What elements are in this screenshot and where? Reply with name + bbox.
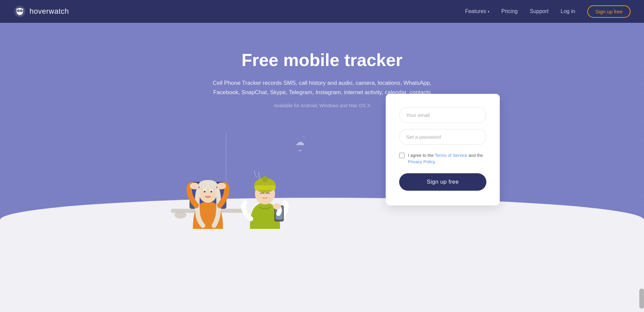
svg-point-24 (199, 180, 217, 189)
svg-rect-34 (254, 185, 276, 190)
svg-text:☁: ☁ (298, 147, 302, 152)
terms-of-service-link[interactable]: Terms of Service (435, 153, 467, 158)
chevron-down-icon: ▾ (488, 10, 489, 13)
svg-point-29 (190, 183, 199, 189)
logo-icon (13, 5, 26, 18)
scrollbar[interactable] (639, 289, 644, 309)
hero-illustration: ☁ ~ ☁ (131, 125, 319, 232)
svg-point-35 (262, 176, 268, 182)
nav-features[interactable]: Features ▾ (465, 8, 489, 14)
terms-checkbox[interactable] (399, 153, 405, 158)
below-hero (0, 251, 644, 312)
svg-point-28 (210, 191, 212, 193)
privacy-policy-link[interactable]: Privacy Policy (408, 159, 435, 164)
hero-section: Free mobile tracker Cell Phone Tracker r… (0, 23, 644, 251)
email-input[interactable] (399, 107, 486, 123)
nav-signup-button[interactable]: Sign up free (587, 5, 631, 18)
svg-point-21 (174, 211, 186, 219)
terms-row: I agree to the Terms of Service and the … (399, 152, 486, 165)
password-input[interactable] (399, 129, 486, 145)
nav-links: Features ▾ Pricing Support Log in Sign u… (465, 5, 631, 18)
signup-button[interactable]: Sign up free (399, 173, 486, 191)
svg-point-27 (204, 191, 206, 193)
svg-point-30 (217, 183, 226, 189)
svg-point-8 (21, 10, 22, 11)
svg-point-7 (18, 10, 19, 11)
navbar: hoverwatch Features ▾ Pricing Support Lo… (0, 0, 644, 23)
signup-card: I agree to the Terms of Service and the … (386, 94, 500, 205)
logo-link[interactable]: hoverwatch (13, 5, 69, 18)
hero-title: Free mobile tracker (208, 50, 436, 70)
logo-text: hoverwatch (30, 7, 69, 16)
svg-text:~: ~ (302, 133, 306, 140)
svg-point-38 (273, 203, 281, 209)
nav-pricing[interactable]: Pricing (501, 8, 518, 14)
nav-login[interactable]: Log in (561, 8, 576, 14)
hero-bottom: ☁ ~ ☁ (104, 118, 540, 232)
terms-text: I agree to the Terms of Service and the … (408, 152, 486, 165)
nav-support[interactable]: Support (530, 8, 548, 14)
